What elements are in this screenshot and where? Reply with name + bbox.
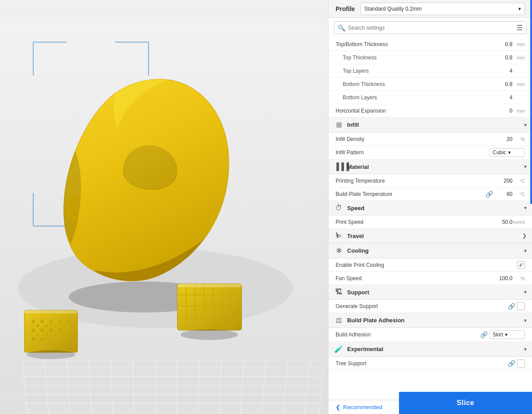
svg-point-56 [67,320,70,323]
build-plate-temp-label: Build Plate Temperature [336,191,485,197]
printing-temp-value[interactable]: 200 [495,178,512,184]
bottom-thickness-unit: mm [512,82,525,87]
build-adhesion-link-icon[interactable]: 🔗 [480,331,488,338]
generate-support-checkbox[interactable] [517,302,525,310]
support-section-header[interactable]: 🏗 Support ▾ [329,285,532,300]
svg-point-65 [58,337,62,341]
top-thickness-row: Top Thickness 0.8 mm [329,51,532,64]
infill-density-value[interactable]: 20 [495,136,512,142]
svg-point-67 [36,324,39,327]
tree-support-label: Tree Support [336,360,508,367]
infill-pattern-value: Cubic [493,149,506,156]
infill-pattern-chevron-icon: ▾ [508,149,511,156]
build-plate-temp-value[interactable]: 60 [495,191,512,197]
infill-pattern-row: Infill Pattern Cubic ▾ [329,146,532,160]
infill-pattern-dropdown[interactable]: Cubic ▾ [489,148,525,157]
svg-point-55 [58,320,62,323]
top-layers-row: Top Layers 4 [329,64,532,78]
build-plate-temp-unit: °C [512,191,525,197]
top-bottom-thickness-label: Top/Bottom Thickness [336,41,495,47]
enable-cooling-checkbox[interactable]: ✓ [517,261,525,269]
print-speed-row: Print Speed 50.0 mm/s [329,215,532,229]
experimental-section-header[interactable]: 🧪 Experimental ▾ [329,342,532,357]
horizontal-expansion-value[interactable]: 0 [495,108,512,114]
infill-section-header[interactable]: ⊞ Infill ▾ [329,117,532,133]
cooling-icon: ❄ [334,246,344,255]
top-layers-value[interactable]: 4 [495,68,512,74]
top-bottom-thickness-value[interactable]: 0.8 [495,41,512,47]
generate-support-link-icon[interactable]: 🔗 [508,303,515,310]
top-layers-label: Top Layers [336,68,495,74]
bottom-thickness-value[interactable]: 0.8 [495,81,512,87]
travel-section-title: Travel [347,233,519,239]
svg-point-60 [58,328,62,332]
build-plate-section-header[interactable]: ⚖ Build Plate Adhesion ▾ [329,313,532,328]
experimental-chevron-icon: ▾ [524,346,527,352]
settings-panel: Profile Standard Quality 0.2mm ▾ 🔍 ☰ Top… [328,0,532,414]
top-thickness-value[interactable]: 0.8 [495,55,512,61]
build-adhesion-label: Build Adhesion [336,332,480,338]
infill-section-title: Infill [347,121,520,128]
chevron-down-icon: ▾ [518,6,521,12]
menu-icon[interactable]: ☰ [516,23,523,32]
bottom-layers-value[interactable]: 4 [495,94,512,101]
support-chevron-icon: ▾ [524,289,527,295]
enable-cooling-row: Enable Print Cooling ✓ [329,258,532,272]
adhesion-icon: ⚖ [334,316,344,324]
infill-density-label: Infill Density [336,136,495,142]
search-bar: 🔍 ☰ [334,21,527,34]
3d-viewport [0,0,328,414]
generate-support-label: Generate Support [336,303,508,309]
accent-bar [530,0,532,204]
printing-temp-unit: °C [512,178,525,184]
recommended-label: Recommended [343,404,382,410]
printing-temp-label: Printing Temperature [336,178,495,184]
cooling-chevron-icon: ▾ [524,248,527,254]
printing-temp-row: Printing Temperature 200 °C [329,174,532,187]
build-plate-chevron-icon: ▾ [524,317,527,324]
build-plate-temp-link-icon[interactable]: 🔗 [485,191,493,198]
recommended-button[interactable]: ❮ Recommended [336,404,382,410]
svg-point-49 [180,329,238,340]
top-thickness-label: Top Thickness [336,55,495,61]
tree-support-link-icon[interactable]: 🔗 [508,360,515,367]
svg-point-71 [36,333,39,336]
fan-speed-label: Fan Speed [336,275,495,281]
settings-scroll[interactable]: Top/Bottom Thickness 0.8 mm Top Thicknes… [329,38,532,400]
fan-speed-unit: % [512,276,525,281]
cooling-section-header[interactable]: ❄ Cooling ▾ [329,243,532,258]
print-speed-value[interactable]: 50.0 [495,219,512,225]
svg-point-70 [63,324,66,327]
profile-dropdown[interactable]: Standard Quality 0.2mm ▾ [360,3,525,15]
cooling-section-title: Cooling [347,247,520,254]
fan-speed-value[interactable]: 100.0 [495,275,512,281]
chevron-left-icon: ❮ [336,404,340,410]
tree-support-checkbox[interactable] [517,359,525,367]
print-speed-label: Print Speed [336,219,495,225]
infill-pattern-label: Infill Pattern [336,149,489,156]
bottom-thickness-label: Bottom Thickness [336,81,495,87]
svg-point-52 [31,320,35,323]
material-section-header[interactable]: ▐▐▐ Material ▾ [329,160,532,174]
build-adhesion-dropdown-chevron-icon: ▾ [505,332,508,338]
svg-point-62 [31,337,35,341]
speed-section-header[interactable]: ⏱ Speed ▾ [329,201,532,215]
support-section-title: Support [347,289,520,296]
svg-point-54 [49,320,53,323]
tree-support-row: Tree Support 🔗 [329,357,532,370]
horizontal-expansion-unit: mm [512,108,525,113]
top-bottom-thickness-unit: mm [512,42,525,47]
svg-point-66 [67,337,70,341]
svg-point-61 [67,328,70,332]
svg-point-58 [40,328,44,332]
profile-value: Standard Quality 0.2mm [364,6,422,12]
build-adhesion-type-dropdown[interactable]: Skirt ▾ [489,330,525,339]
search-input[interactable] [348,25,514,31]
svg-point-75 [27,350,75,359]
travel-section-header[interactable]: ⛷ Travel ❯ [329,229,532,243]
material-icon: ▐▐▐ [334,163,344,171]
infill-icon: ⊞ [334,121,344,129]
speed-icon: ⏱ [334,204,344,212]
svg-rect-39 [177,284,242,330]
slice-button[interactable]: Slice [399,392,532,414]
